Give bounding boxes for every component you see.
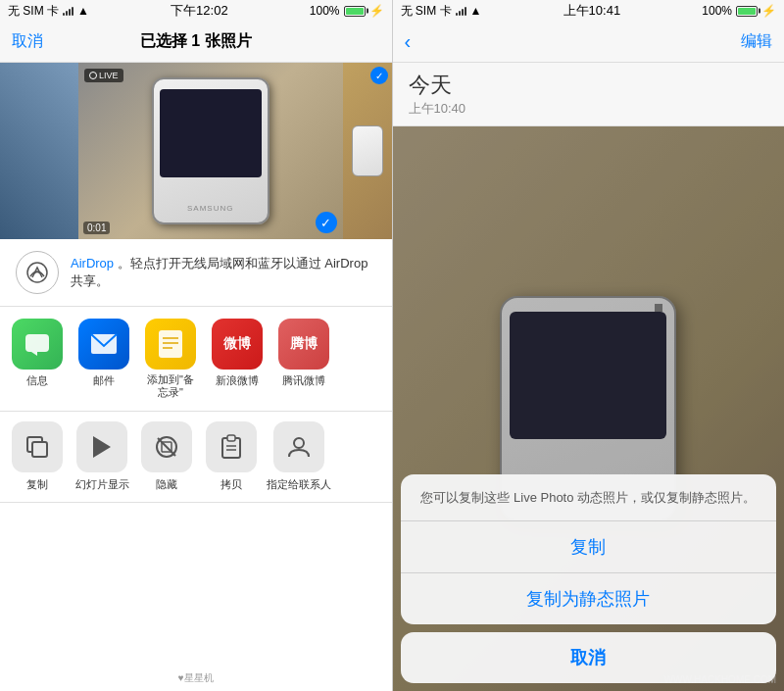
tencent-icon: 腾博 — [278, 319, 329, 370]
time-right: 上午10:41 — [564, 2, 621, 20]
mail-label: 邮件 — [93, 373, 115, 388]
svg-rect-15 — [227, 435, 235, 441]
notes-label: 添加到"备忘录" — [144, 373, 198, 399]
airdrop-section: AirDrop 。轻点打开无线局域网和蓝牙以通过 AirDrop 共享。 — [0, 239, 392, 307]
clipboard-icon — [206, 421, 257, 472]
action-hide[interactable]: 隐藏 — [137, 421, 196, 492]
action-contact[interactable]: 指定给联系人 — [267, 421, 331, 492]
cancel-button[interactable]: 取消 — [12, 31, 43, 52]
battery-pct-left: 100% — [310, 4, 340, 18]
photo-main-bg: SAMSUNG — [78, 63, 343, 239]
charge-icon-right: ⚡ — [761, 4, 776, 18]
share-apps-section: 信息 邮件 添加到"备忘录" 微博 — [0, 307, 392, 412]
action-sheet-message: 您可以复制这些 Live Photo 动态照片，或仅复制静态照片。 — [401, 474, 777, 522]
action-slideshow[interactable]: 幻灯片显示 — [73, 421, 131, 492]
date-time-label: 上午10:40 — [409, 100, 769, 118]
date-today-label: 今天 — [409, 71, 769, 100]
selected-check-icon: ✓ — [316, 212, 337, 233]
copy-icon — [12, 421, 63, 472]
status-bar-right: 无 SIM 卡 ▲ 上午10:41 100% ⚡ — [393, 0, 785, 22]
copy-label: 复制 — [26, 477, 48, 492]
action-sheet-overlay: 您可以复制这些 Live Photo 动态照片，或仅复制静态照片。 复制 复制为… — [393, 126, 785, 691]
airdrop-svg — [24, 260, 50, 285]
airdrop-body: 。轻点打开无线局域网和蓝牙以通过 AirDrop 共享。 — [71, 256, 368, 288]
phone-shape-main: SAMSUNG — [152, 77, 270, 224]
svg-line-12 — [158, 438, 175, 456]
status-right-carrier-area: 无 SIM 卡 ▲ — [401, 3, 482, 20]
copy-static-button[interactable]: 复制为静态照片 — [401, 572, 777, 624]
edit-button[interactable]: 编辑 — [741, 31, 772, 52]
photo-bg-right — [343, 63, 392, 239]
contact-label: 指定给联系人 — [267, 477, 331, 492]
back-button[interactable]: ‹ — [405, 30, 412, 53]
clipboard-label: 拷贝 — [220, 477, 242, 492]
clipboard-svg — [220, 434, 242, 460]
phone-shape-right — [352, 125, 383, 176]
photo-preview-area[interactable]: SAMSUNG 您可以复制这些 Live Photo 动态照片，或仅复制静态照片… — [393, 126, 785, 691]
action-sheet-container: 您可以复制这些 Live Photo 动态照片，或仅复制静态照片。 复制 复制为… — [401, 474, 777, 684]
nav-bar-left: 取消 已选择 1 张照片 — [0, 22, 392, 63]
time-badge: 0:01 — [83, 222, 110, 234]
notes-svg — [157, 328, 184, 360]
battery-pct-right: 100% — [702, 4, 732, 18]
signal-icon-right — [456, 7, 466, 16]
action-section: 复制 幻灯片显示 隐藏 — [0, 412, 392, 503]
nav-title-left: 已选择 1 张照片 — [140, 31, 252, 52]
nav-bar-right: ‹ 编辑 — [393, 22, 785, 63]
app-notes[interactable]: 添加到"备忘录" — [141, 319, 200, 399]
app-weibo[interactable]: 微博 新浪微博 — [208, 319, 267, 399]
play-svg — [91, 434, 113, 460]
action-sheet-cancel-card: 取消 — [401, 632, 777, 683]
live-text: LIVE — [99, 71, 119, 80]
photo-item-right[interactable]: ✓ — [343, 63, 392, 239]
right-panel: 无 SIM 卡 ▲ 上午10:41 100% ⚡ ‹ 编辑 今天 上午10:40 — [393, 0, 785, 691]
action-clipboard[interactable]: 拷贝 — [202, 421, 261, 492]
app-tencent[interactable]: 腾博 腾讯微博 — [274, 319, 333, 399]
svg-rect-4 — [159, 330, 182, 358]
weibo-icon: 微博 — [212, 319, 263, 370]
charge-icon-left: ⚡ — [369, 4, 384, 18]
airdrop-icon[interactable] — [16, 251, 59, 294]
contact-svg — [286, 434, 312, 460]
carrier-label-left: 无 SIM 卡 — [8, 3, 59, 20]
battery-icon-left — [344, 6, 366, 17]
svg-point-18 — [294, 438, 304, 448]
hide-icon — [141, 421, 192, 472]
airdrop-description: AirDrop 。轻点打开无线局域网和蓝牙以通过 AirDrop 共享。 — [71, 255, 376, 290]
airdrop-title: AirDrop — [71, 256, 114, 271]
status-right-battery-area: 100% ⚡ — [702, 4, 776, 18]
tencent-label: 腾讯微博 — [282, 373, 325, 388]
weibo-label: 新浪微博 — [216, 373, 259, 388]
svg-rect-9 — [32, 442, 47, 457]
notes-icon — [145, 319, 196, 370]
svg-marker-2 — [31, 352, 37, 356]
cancel-action-button[interactable]: 取消 — [401, 632, 777, 683]
action-copy[interactable]: 复制 — [8, 421, 67, 492]
partial-check: ✓ — [370, 67, 388, 84]
photo-item-main[interactable]: SAMSUNG LIVE 0:01 ✓ — [78, 63, 343, 239]
status-left-carrier-area: 无 SIM 卡 ▲ — [8, 3, 89, 20]
mail-icon — [78, 319, 129, 370]
live-badge: LIVE — [84, 69, 123, 82]
mail-svg — [90, 333, 118, 355]
hide-label: 隐藏 — [156, 477, 177, 492]
photo-item-left[interactable] — [0, 63, 78, 239]
messages-label: 信息 — [26, 373, 48, 388]
app-mail[interactable]: 邮件 — [74, 319, 133, 399]
status-bar-left: 无 SIM 卡 ▲ 下午12:02 100% ⚡ — [0, 0, 392, 22]
live-dot-icon — [89, 72, 97, 79]
app-messages[interactable]: 信息 — [8, 319, 67, 399]
watermark-left: ♥星星机 — [0, 666, 392, 691]
messages-svg — [24, 330, 51, 358]
samsung-label-main: SAMSUNG — [187, 204, 233, 213]
date-section: 今天 上午10:40 — [393, 63, 785, 126]
battery-icon-right — [736, 6, 758, 17]
carrier-label-right: 无 SIM 卡 — [401, 3, 452, 20]
wifi-icon-right: ▲ — [470, 4, 482, 18]
messages-icon — [12, 319, 63, 370]
action-sheet-card: 您可以复制这些 Live Photo 动态照片，或仅复制静态照片。 复制 复制为… — [401, 474, 777, 625]
slideshow-icon — [76, 421, 127, 472]
contact-icon — [273, 421, 324, 472]
photo-bg-left — [0, 63, 78, 239]
copy-button[interactable]: 复制 — [401, 521, 777, 572]
